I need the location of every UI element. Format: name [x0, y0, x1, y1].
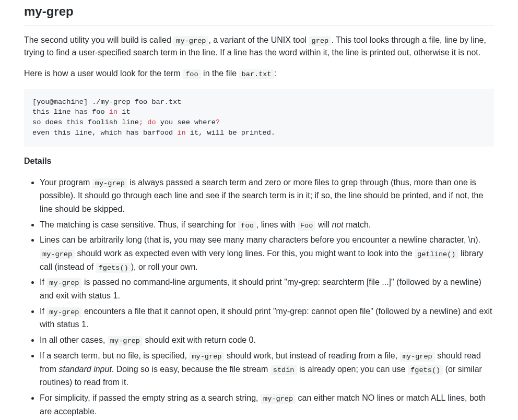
keyword: do — [147, 118, 156, 126]
inline-code: my-grep — [92, 178, 127, 188]
inline-code: grep — [309, 36, 332, 46]
list-item: If a search term, but no file, is specif… — [40, 349, 494, 389]
document-container: my-grep The second utility you will buil… — [0, 0, 518, 418]
list-item: If my-grep is passed no command-line arg… — [40, 275, 494, 302]
inline-code: foo — [183, 69, 201, 79]
intro-paragraph-1: The second utility you will build is cal… — [24, 34, 494, 59]
emphasis: not — [332, 220, 344, 229]
keyword: ? — [216, 118, 220, 126]
list-item: The matching is case sensitive. Thus, if… — [40, 218, 494, 232]
page-title: my-grep — [24, 2, 494, 26]
details-list: Your program my-grep is always passed a … — [24, 176, 494, 418]
inline-code: bar.txt — [239, 69, 274, 79]
inline-code: fgets() — [408, 365, 443, 375]
inline-code: my-grep — [108, 336, 143, 346]
inline-code: my-grep — [189, 352, 224, 362]
intro-paragraph-2: Here is how a user would look for the te… — [24, 67, 494, 80]
code-block-example: [you@machine] ./my-grep foo bar.txt this… — [24, 89, 494, 147]
details-heading: Details — [24, 155, 494, 167]
list-item: In all other cases, my-grep should exit … — [40, 333, 494, 347]
inline-code: my-grep — [173, 36, 208, 46]
keyword: in — [177, 129, 185, 137]
inline-code: foo — [238, 221, 256, 231]
inline-code: getline() — [415, 249, 458, 259]
keyword: in — [109, 108, 117, 116]
inline-code: my-grep — [40, 249, 75, 259]
inline-code: Foo — [298, 221, 315, 231]
list-item: If my-grep encounters a file that it can… — [40, 305, 494, 331]
inline-code: my-grep — [46, 278, 81, 288]
keyword: ; — [139, 118, 143, 126]
inline-code: my-grep — [46, 307, 81, 317]
emphasis: standard input — [58, 365, 111, 374]
inline-code: my-grep — [261, 394, 296, 404]
inline-code: fgets() — [96, 263, 131, 273]
inline-code: my-grep — [400, 352, 435, 362]
inline-code: stdin — [270, 365, 297, 375]
list-item: Lines can be arbitrarily long (that is, … — [40, 233, 494, 273]
list-item: For simplicity, if passed the empty stri… — [40, 391, 494, 418]
list-item: Your program my-grep is always passed a … — [40, 176, 494, 216]
